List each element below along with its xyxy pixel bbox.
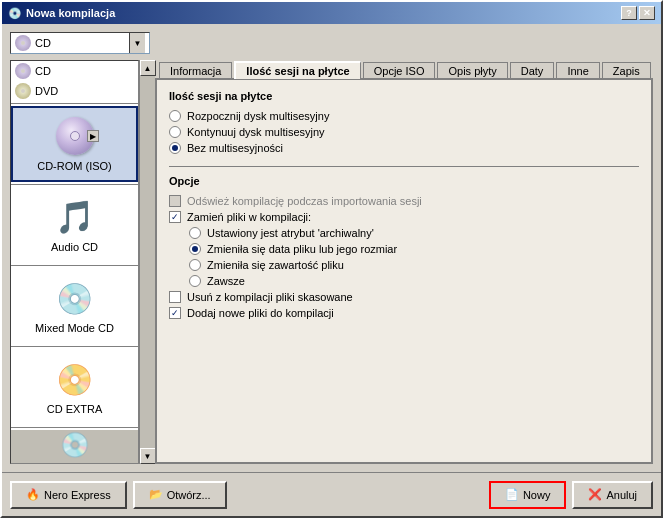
cdrom-label: CD-ROM (ISO)	[37, 160, 112, 172]
new-label: Nowy	[523, 489, 551, 501]
sidebar-item-audio-cd[interactable]: 🎵 Audio CD	[11, 187, 138, 263]
nero-express-icon: 🔥	[26, 488, 40, 501]
sidebar-item-cd[interactable]: CD	[11, 61, 138, 81]
cd-extra-large-icon: 📀	[55, 359, 95, 399]
title-bar-left: 💿 Nowa kompilacja	[8, 7, 115, 20]
sidebar-wrapper: CD DVD	[10, 60, 155, 464]
sidebar-bottom: 💿	[11, 430, 138, 463]
tab-content-title: Ilość sesji na płytce	[169, 90, 639, 102]
radio-always[interactable]: Zawsze	[189, 275, 639, 287]
radio-content-changed[interactable]: Zmieniła się zawartość pliku	[189, 259, 639, 271]
radio-always-label: Zawsze	[207, 275, 245, 287]
combo-value: CD	[35, 37, 51, 49]
nero-express-button[interactable]: 🔥 Nero Express	[10, 481, 127, 509]
title-bar: 💿 Nowa kompilacja ? ✕	[2, 2, 661, 24]
music-note-icon: 🎵	[55, 198, 95, 236]
mixed-mode-large-icon: 💿	[55, 278, 95, 318]
checkbox-add-input[interactable]	[169, 307, 181, 319]
checkbox-add-new[interactable]: Dodaj nowe pliki do kompilacji	[169, 307, 639, 319]
dvd-icon-sm	[15, 83, 31, 99]
tab-informacja[interactable]: Informacja	[159, 62, 232, 79]
radio-group-sesji: Rozpocznij dysk multisesyjny Kontynuuj d…	[169, 110, 639, 154]
checkbox-refresh-input[interactable]	[169, 195, 181, 207]
separator-1	[11, 103, 138, 104]
tab-zapis[interactable]: Zapis	[602, 62, 651, 79]
radio-continue-multi-label: Kontynuuj dysk multisesyjny	[187, 126, 325, 138]
sidebar-item-mixed-mode[interactable]: 💿 Mixed Mode CD	[11, 268, 138, 344]
separator-2	[11, 184, 138, 185]
radio-no-multi[interactable]	[169, 142, 181, 154]
tab-panel: Informacja Ilość sesji na płytce Opcje I…	[155, 60, 653, 464]
options-section: Opcje Odśwież kompilację podczas importo…	[169, 166, 639, 319]
radio-date-input[interactable]	[189, 243, 201, 255]
separator-3	[11, 265, 138, 266]
radio-item-continue[interactable]: Kontynuuj dysk multisesyjny	[169, 126, 639, 138]
cdrom-large-icon: ▶	[55, 116, 95, 156]
checkbox-refresh[interactable]: Odśwież kompilację podczas importowania …	[169, 195, 639, 207]
radio-no-multi-label: Bez multisesyjności	[187, 142, 283, 154]
radio-start-multi-label: Rozpocznij dysk multisesyjny	[187, 110, 329, 122]
cd-icon-sm	[15, 63, 31, 79]
radio-date-changed[interactable]: Zmieniła się data pliku lub jego rozmiar	[189, 243, 639, 255]
dropdown-arrow[interactable]: ▼	[129, 33, 145, 53]
title-bar-controls: ? ✕	[621, 6, 655, 20]
main-window: 💿 Nowa kompilacja ? ✕ CD ▼	[0, 0, 663, 518]
checkbox-remove-input[interactable]	[169, 291, 181, 303]
nero-express-label: Nero Express	[44, 489, 111, 501]
tab-inne[interactable]: Inne	[556, 62, 599, 79]
radio-continue-multi[interactable]	[169, 126, 181, 138]
radio-item-start[interactable]: Rozpocznij dysk multisesyjny	[169, 110, 639, 122]
tab-content-ilosc-sesji: Ilość sesji na płytce Rozpocznij dysk mu…	[155, 78, 653, 464]
separator-5	[11, 427, 138, 428]
tab-opcje-iso[interactable]: Opcje ISO	[363, 62, 436, 79]
sidebar-item-cd-extra[interactable]: 📀 CD EXTRA	[11, 349, 138, 425]
help-button[interactable]: ?	[621, 6, 637, 20]
cd-icon-small	[15, 35, 31, 51]
new-icon: 📄	[505, 488, 519, 501]
sidebar-item-dvd[interactable]: DVD	[11, 81, 138, 101]
bottom-left: 🔥 Nero Express 📂 Otwórz...	[10, 481, 227, 509]
scroll-up-button[interactable]: ▲	[140, 60, 156, 76]
main-body: CD DVD	[10, 60, 653, 464]
window-title: Nowa kompilacja	[26, 7, 115, 19]
sidebar-cd-label: CD	[35, 65, 51, 77]
close-button[interactable]: ✕	[639, 6, 655, 20]
checkbox-remove-deleted[interactable]: Usuń z kompilacji pliki skasowane	[169, 291, 639, 303]
bottom-right: 📄 Nowy ❌ Anuluj	[489, 481, 653, 509]
cancel-label: Anuluj	[606, 489, 637, 501]
media-type-dropdown[interactable]: CD ▼	[10, 32, 150, 54]
cd-extra-label: CD EXTRA	[47, 403, 103, 415]
radio-start-multi[interactable]	[169, 110, 181, 122]
options-header: Opcje	[169, 175, 639, 187]
sidebar-item-cdrom[interactable]: ▶ CD-ROM (ISO)	[11, 106, 138, 182]
radio-always-input[interactable]	[189, 275, 201, 287]
tab-opis-plyty[interactable]: Opis płyty	[437, 62, 507, 79]
mixed-mode-icon: 💿	[56, 281, 93, 316]
arrow-badge: ▶	[87, 130, 99, 142]
checkbox-replace-files[interactable]: Zamień pliki w kompilacji:	[169, 211, 639, 223]
radio-archive-input[interactable]	[189, 227, 201, 239]
radio-set-archive[interactable]: Ustawiony jest atrybut 'archiwalny'	[189, 227, 639, 239]
tabs-row: Informacja Ilość sesji na płytce Opcje I…	[155, 60, 653, 78]
open-button[interactable]: 📂 Otwórz...	[133, 481, 227, 509]
radio-content-input[interactable]	[189, 259, 201, 271]
sidebar-scrollbar: ▲ ▼	[139, 60, 155, 464]
sub-options: Ustawiony jest atrybut 'archiwalny' Zmie…	[189, 227, 639, 287]
combo-inner: CD	[15, 35, 129, 51]
tab-daty[interactable]: Daty	[510, 62, 555, 79]
sidebar-scroll: CD DVD	[11, 61, 138, 463]
checkbox-replace-input[interactable]	[169, 211, 181, 223]
open-label: Otwórz...	[167, 489, 211, 501]
new-button[interactable]: 📄 Nowy	[489, 481, 567, 509]
radio-content-label: Zmieniła się zawartość pliku	[207, 259, 344, 271]
audio-cd-label: Audio CD	[51, 241, 98, 253]
dropdown-row: CD ▼	[10, 32, 653, 54]
radio-item-no-multi[interactable]: Bez multisesyjności	[169, 142, 639, 154]
mixed-mode-label: Mixed Mode CD	[35, 322, 114, 334]
tab-ilosc-sesji[interactable]: Ilość sesji na płytce	[234, 61, 360, 79]
scroll-down-button[interactable]: ▼	[140, 448, 156, 464]
cancel-button[interactable]: ❌ Anuluj	[572, 481, 653, 509]
sidebar: CD DVD	[10, 60, 155, 464]
cd-extra-icon: 📀	[56, 362, 93, 397]
checkbox-add-label: Dodaj nowe pliki do kompilacji	[187, 307, 334, 319]
